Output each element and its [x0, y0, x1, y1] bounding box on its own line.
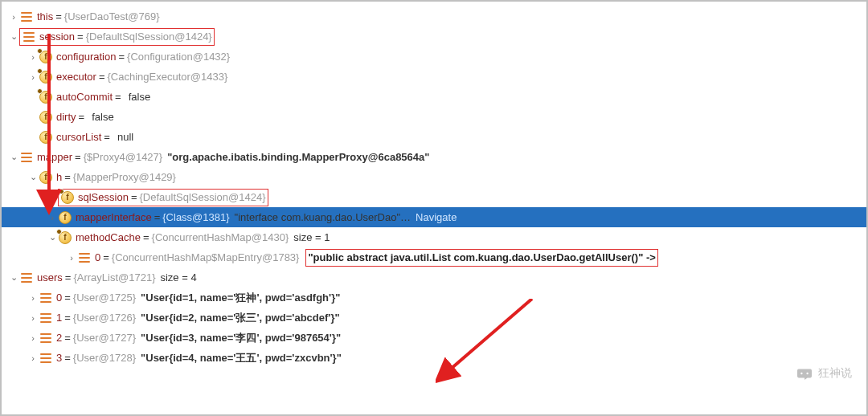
chevron-right-icon[interactable]: › — [27, 353, 39, 363]
tree-row[interactable]: ›0 = {ConcurrentHashMap$MapEntry@1783}"p… — [2, 247, 866, 267]
chevron-down-icon[interactable]: ⌄ — [8, 152, 19, 162]
var-name: dirty — [56, 111, 76, 123]
var-type: {DefaultSqlSession@1424} — [86, 31, 212, 43]
tree-row[interactable]: ›1 = {User@1726} "User{id=2, name='张三', … — [2, 308, 866, 328]
var-name: 0 — [95, 251, 100, 263]
group-icon — [19, 10, 34, 24]
chevron-right-icon[interactable]: › — [47, 213, 58, 222]
tree-row[interactable]: ⌄fh = {MapperProxy@1429} — [2, 167, 866, 187]
var-type: {CachingExecutor@1433} — [107, 71, 227, 83]
field-icon: f — [39, 110, 53, 124]
var-name: users — [37, 271, 63, 283]
var-name: mapper — [37, 151, 72, 163]
tree-row[interactable]: fdirty = false — [2, 107, 866, 127]
chevron-right-icon[interactable]: › — [47, 193, 58, 202]
tree-row[interactable]: ›0 = {User@1725} "User{id=1, name='狂神', … — [2, 288, 866, 308]
var-name: autoCommit — [56, 91, 113, 103]
svg-point-3 — [806, 373, 808, 374]
chevron-down-icon[interactable]: ⌄ — [8, 272, 19, 283]
highlight-box: session = {DefaultSqlSession@1424} — [19, 28, 215, 46]
chevron-right-icon[interactable]: › — [27, 313, 39, 323]
chevron-right-icon[interactable]: › — [8, 12, 19, 22]
chevron-right-icon[interactable]: › — [27, 333, 39, 343]
tree-row[interactable]: ›fexecutor = {CachingExecutor@1433} — [2, 67, 866, 87]
group-icon — [39, 291, 53, 305]
highlight-box: fsqlSession = {DefaultSqlSession@1424} — [58, 189, 268, 206]
chevron-right-icon[interactable]: › — [27, 293, 39, 303]
svg-point-2 — [800, 373, 802, 374]
chevron-right-icon[interactable]: › — [66, 253, 77, 263]
group-icon — [39, 311, 53, 325]
variables-tree[interactable]: ›this = {UserDaoTest@769}⌄session = {Def… — [2, 2, 866, 368]
chevron-down-icon[interactable]: ⌄ — [47, 232, 58, 243]
tree-row[interactable]: ›fsqlSession = {DefaultSqlSession@1424} — [2, 187, 866, 207]
var-value: size = 4 — [155, 271, 196, 283]
var-value: false — [124, 91, 150, 103]
group-icon — [22, 30, 36, 44]
var-name: cursorList — [56, 131, 101, 143]
field-icon: f — [39, 50, 53, 64]
var-type: {ArrayList@1721} — [73, 271, 155, 283]
var-type: {UserDaoTest@769} — [64, 10, 160, 22]
chevron-down-icon[interactable]: ⌄ — [8, 31, 19, 42]
field-icon: f — [60, 190, 75, 205]
tree-row[interactable]: ›2 = {User@1727} "User{id=3, name='李四', … — [2, 328, 866, 348]
field-icon: f — [39, 170, 53, 185]
chevron-right-icon[interactable]: › — [27, 52, 39, 62]
field-icon: f — [39, 130, 53, 145]
var-value: null — [113, 131, 133, 143]
var-type: {MapperProxy@1429} — [73, 171, 176, 183]
field-icon: f — [58, 230, 72, 245]
var-type: {User@1728} — [73, 352, 136, 364]
var-name: mapperInterface — [76, 211, 152, 223]
var-type: {ConcurrentHashMap$MapEntry@1783} — [112, 251, 300, 263]
var-name: 3 — [56, 352, 62, 364]
tree-row[interactable]: ›3 = {User@1728} "User{id=4, name='王五', … — [2, 348, 866, 368]
group-icon — [77, 251, 92, 265]
var-type: {Configuration@1432} — [127, 51, 230, 63]
var-name: sqlSession — [78, 191, 129, 203]
var-value: "User{id=4, name='王五', pwd='zxcvbn'}" — [136, 351, 342, 365]
watermark-text: 狂神说 — [818, 366, 852, 381]
var-type: {ConcurrentHashMap@1430} — [152, 231, 289, 243]
var-name: 0 — [56, 292, 62, 304]
debug-variables-panel: ›this = {UserDaoTest@769}⌄session = {Def… — [0, 0, 868, 416]
tree-row[interactable]: ⌄fmethodCache = {ConcurrentHashMap@1430}… — [2, 227, 866, 247]
var-name: 2 — [56, 332, 62, 344]
tree-row[interactable]: ›this = {UserDaoTest@769} — [2, 6, 866, 27]
var-value: "org.apache.ibatis.binding.MapperProxy@6… — [162, 151, 429, 163]
group-icon — [19, 271, 34, 285]
var-value: size = 1 — [289, 231, 330, 243]
var-name: configuration — [56, 51, 116, 63]
tree-row[interactable]: fcursorList = null — [2, 127, 866, 147]
group-icon — [19, 150, 34, 165]
tree-row[interactable]: fautoCommit = false — [2, 87, 866, 107]
var-name: 1 — [56, 312, 62, 324]
navigate-link[interactable]: Navigate — [411, 211, 457, 223]
var-name: methodCache — [76, 231, 141, 243]
chevron-down-icon[interactable]: ⌄ — [27, 172, 39, 182]
field-icon: f — [58, 210, 72, 225]
var-name: session — [39, 31, 75, 43]
field-icon: f — [39, 90, 53, 104]
tree-row[interactable]: ⌄session = {DefaultSqlSession@1424} — [2, 27, 866, 47]
var-name: executor — [56, 71, 96, 83]
watermark: 狂神说 — [796, 366, 852, 381]
var-value: "User{id=3, name='李四', pwd='987654'}" — [136, 331, 341, 345]
var-type: {User@1725} — [73, 292, 136, 304]
group-icon — [39, 351, 53, 365]
group-icon — [39, 331, 53, 345]
var-type: {User@1726} — [73, 312, 136, 324]
tree-row[interactable]: ›fconfiguration = {Configuration@1432} — [2, 47, 866, 67]
tree-row[interactable]: ⌄mapper = {$Proxy4@1427} "org.apache.iba… — [2, 147, 866, 167]
var-name: this — [37, 10, 53, 22]
var-type: {Class@1381} — [162, 211, 229, 223]
method-signature: "public abstract java.util.List com.kuan… — [308, 251, 655, 263]
chevron-right-icon[interactable]: › — [27, 72, 39, 82]
var-value: "interface com.kuang.dao.UserDao"… — [230, 211, 411, 223]
var-type: {$Proxy4@1427} — [84, 151, 163, 163]
tree-row[interactable]: ›fmapperInterface = {Class@1381} "interf… — [2, 207, 866, 227]
tree-row[interactable]: ⌄users = {ArrayList@1721} size = 4 — [2, 267, 866, 288]
field-icon: f — [39, 70, 53, 84]
var-type: {User@1727} — [73, 332, 136, 344]
